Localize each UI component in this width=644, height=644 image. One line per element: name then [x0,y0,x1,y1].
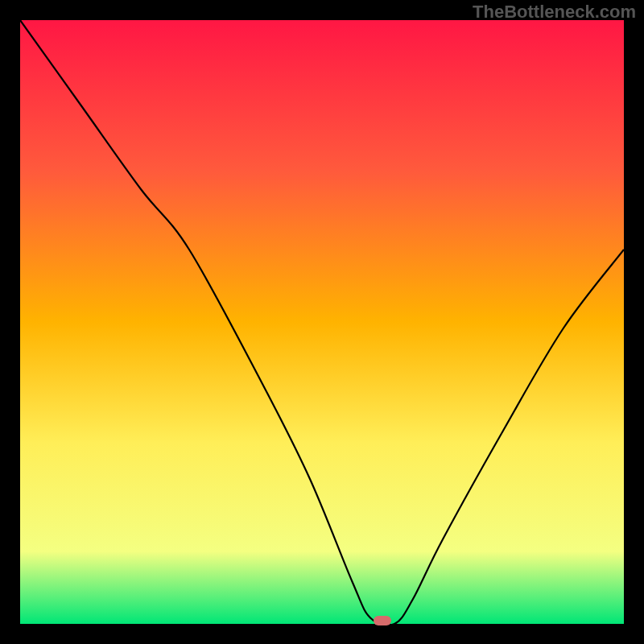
plot-area [20,20,624,624]
chart-frame: TheBottleneck.com [0,0,644,644]
watermark-text: TheBottleneck.com [473,2,636,23]
optimum-marker [374,616,391,625]
gradient-background [20,20,624,624]
plot-svg [20,20,624,624]
